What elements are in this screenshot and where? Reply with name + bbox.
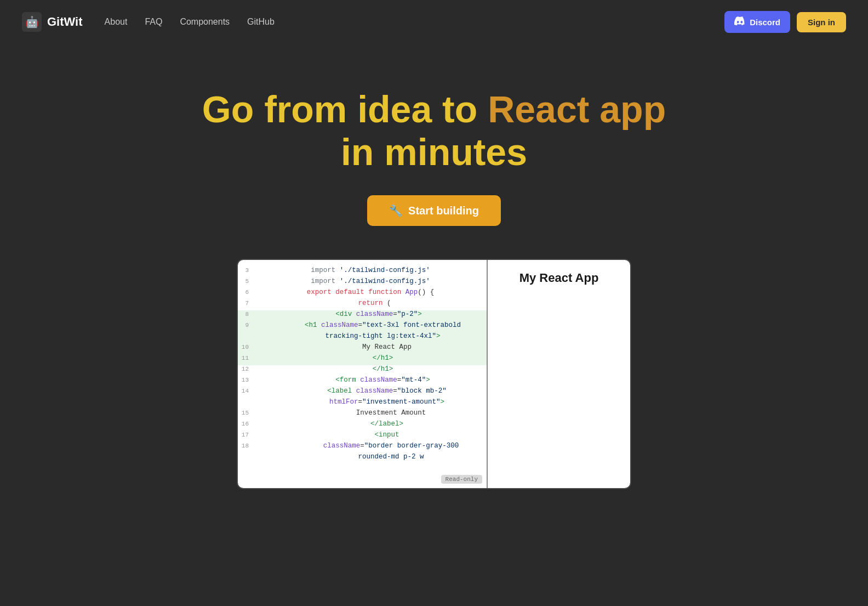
hero-title: Go from idea to React app in minutes [187, 88, 681, 173]
code-line-5: 8 <div className="p-2"> [238, 310, 487, 321]
hero-title-part1: Go from idea to [202, 88, 488, 130]
code-line-4: 7 return ( [238, 299, 487, 310]
discord-btn-label: Discord [750, 18, 780, 27]
logo-icon: 🤖 [22, 12, 42, 32]
navbar-left: 🤖 GitWit About FAQ Components GitHub [22, 12, 275, 32]
code-line-15: 16 </label> [238, 420, 487, 431]
code-line-2: 5 import './tailwind-config.js' [238, 277, 487, 288]
start-building-label: Start building [408, 205, 479, 217]
code-line-8: 10 My React App [238, 343, 487, 354]
hero-title-highlight: React app [488, 88, 666, 130]
nav-links: About FAQ Components GitHub [105, 17, 275, 27]
nav-link-components[interactable]: Components [180, 17, 230, 27]
hero-title-part2: in minutes [341, 131, 527, 173]
code-line-7: tracking-tight lg:text-4xl"> [238, 332, 487, 343]
code-preview-container: 3 import './tailwind-config.js' 5 import… [237, 259, 631, 489]
discord-button[interactable]: Discord [724, 11, 790, 33]
code-line-9: 11 </h1> [238, 354, 487, 365]
discord-icon [734, 16, 745, 27]
nav-link-about[interactable]: About [105, 17, 128, 27]
preview-panel: My React App [488, 260, 630, 488]
read-only-badge: Read-only [441, 475, 482, 484]
hero-section: Go from idea to React app in minutes 🔧 S… [0, 44, 868, 522]
code-line-10: 12 </h1> [238, 365, 487, 376]
code-panel: 3 import './tailwind-config.js' 5 import… [238, 260, 487, 488]
navbar-right: Discord Sign in [724, 11, 846, 33]
preview-panel-title: My React App [499, 271, 619, 285]
robot-icon: 🤖 [25, 15, 39, 29]
signin-button[interactable]: Sign in [797, 12, 846, 32]
code-line-13: htmlFor="investment-amount"> [238, 398, 487, 409]
code-line-18: rounded-md p-2 w [238, 453, 487, 464]
code-line-3: 6 export default function App() { [238, 288, 487, 299]
wrench-icon: 🔧 [389, 204, 403, 217]
code-line-14: 15 Investment Amount [238, 409, 487, 420]
navbar: 🤖 GitWit About FAQ Components GitHub Dis… [0, 0, 868, 44]
nav-link-faq[interactable]: FAQ [145, 17, 162, 27]
code-line-1: 3 import './tailwind-config.js' [238, 267, 487, 277]
logo[interactable]: 🤖 GitWit [22, 12, 83, 32]
code-line-11: 13 <form className="mt-4"> [238, 376, 487, 387]
code-lines: 3 import './tailwind-config.js' 5 import… [238, 260, 487, 471]
code-line-6: 9 <h1 className="text-3xl font-extrabold [238, 321, 487, 332]
nav-link-github[interactable]: GitHub [247, 17, 275, 27]
logo-text: GitWit [47, 15, 83, 29]
code-line-17: 18 className="border border-gray-300 [238, 442, 487, 453]
start-building-button[interactable]: 🔧 Start building [367, 195, 501, 226]
code-line-12: 14 <label className="block mb-2" [238, 387, 487, 398]
code-line-16: 17 <input [238, 431, 487, 442]
